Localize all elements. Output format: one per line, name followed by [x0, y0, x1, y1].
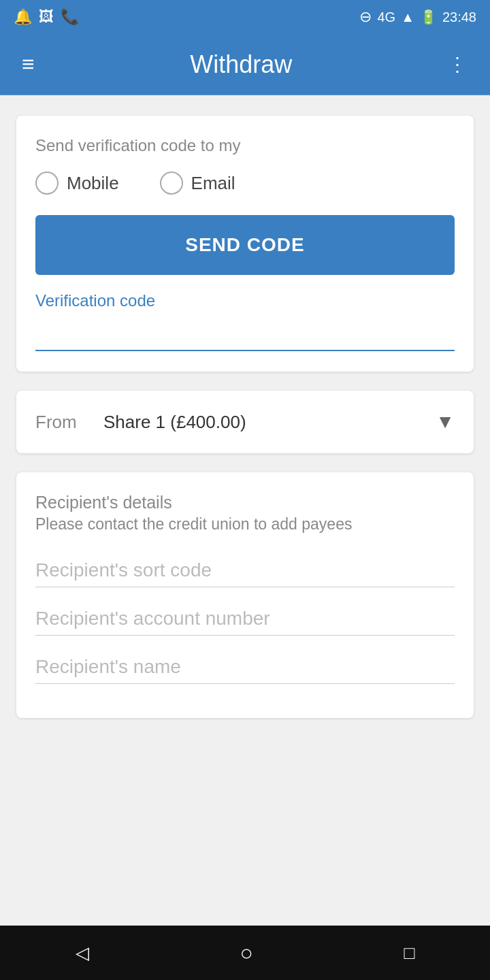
- bottom-navigation: ◁ ○ □: [0, 926, 490, 980]
- email-radio-circle[interactable]: [160, 172, 183, 195]
- from-row: From Share 1 (£400.00) ▼: [35, 411, 455, 433]
- from-card: From Share 1 (£400.00) ▼: [16, 391, 474, 453]
- mobile-radio-circle[interactable]: [35, 172, 59, 195]
- home-button[interactable]: ○: [219, 932, 273, 974]
- app-bar: ≡ Withdraw ⋮: [0, 34, 490, 95]
- phone-icon: 📞: [61, 8, 79, 26]
- recents-button[interactable]: □: [383, 934, 435, 972]
- email-radio-label: Email: [191, 173, 235, 194]
- sort-code-input[interactable]: [35, 553, 455, 587]
- chevron-down-icon: ▼: [436, 411, 455, 433]
- recipients-title: Recipient's details: [35, 493, 455, 512]
- verification-code-input[interactable]: [35, 316, 455, 351]
- sort-code-group: [35, 553, 455, 587]
- recipient-name-group: [35, 649, 455, 684]
- from-value: Share 1 (£400.00): [103, 412, 246, 433]
- email-radio-option[interactable]: Email: [160, 172, 235, 195]
- do-not-disturb-icon: ⊖: [359, 8, 372, 26]
- send-code-button[interactable]: SEND CODE: [35, 215, 455, 275]
- hamburger-menu-icon[interactable]: ≡: [16, 46, 40, 82]
- back-button[interactable]: ◁: [55, 934, 110, 972]
- verification-card: Send verification code to my Mobile Emai…: [16, 116, 474, 372]
- verification-label: Send verification code to my: [35, 136, 455, 155]
- mobile-radio-option[interactable]: Mobile: [35, 172, 119, 195]
- account-number-input[interactable]: [35, 601, 455, 636]
- signal-icon: ▲: [401, 10, 414, 25]
- account-number-group: [35, 601, 455, 636]
- status-bar-right: ⊖ 4G ▲ 🔋 23:48: [359, 8, 476, 26]
- recipient-name-input[interactable]: [35, 649, 455, 684]
- battery-icon: 🔋: [420, 9, 437, 25]
- radio-group: Mobile Email: [35, 172, 455, 195]
- more-options-icon[interactable]: ⋮: [442, 48, 474, 81]
- from-select-dropdown[interactable]: Share 1 (£400.00) ▼: [103, 411, 455, 433]
- mobile-radio-label: Mobile: [67, 173, 119, 194]
- network-label: 4G: [377, 10, 395, 25]
- notification-icon: 🔔: [14, 8, 32, 26]
- recipients-header: Recipient's details Please contact the c…: [35, 493, 455, 534]
- time-label: 23:48: [442, 10, 476, 25]
- page-title: Withdraw: [190, 50, 292, 79]
- status-bar-left: 🔔 🖼 📞: [14, 8, 79, 26]
- recipients-card: Recipient's details Please contact the c…: [16, 472, 474, 718]
- main-content: Send verification code to my Mobile Emai…: [0, 95, 490, 926]
- verification-code-label: Verification code: [35, 291, 455, 310]
- image-icon: 🖼: [39, 8, 54, 26]
- from-label: From: [35, 412, 90, 433]
- status-bar: 🔔 🖼 📞 ⊖ 4G ▲ 🔋 23:48: [0, 0, 490, 34]
- recipients-subtitle: Please contact the credit union to add p…: [35, 515, 455, 534]
